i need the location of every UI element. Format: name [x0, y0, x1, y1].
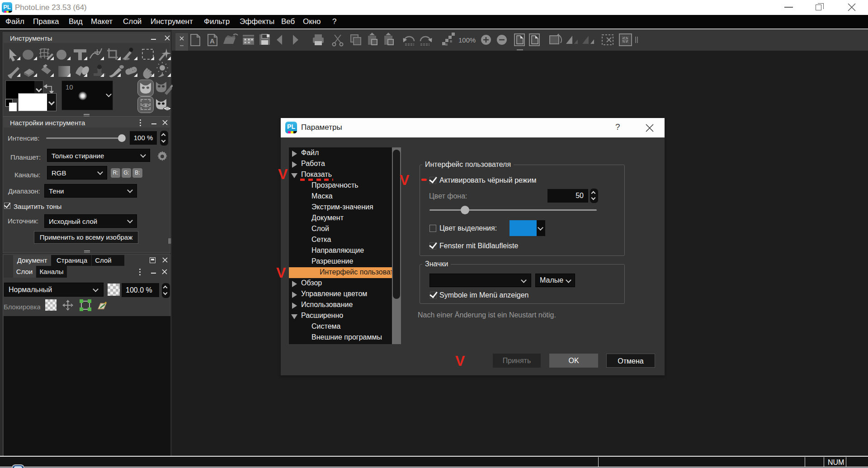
svg-text:A: A [210, 37, 215, 45]
svg-text:100%: 100% [458, 36, 476, 44]
